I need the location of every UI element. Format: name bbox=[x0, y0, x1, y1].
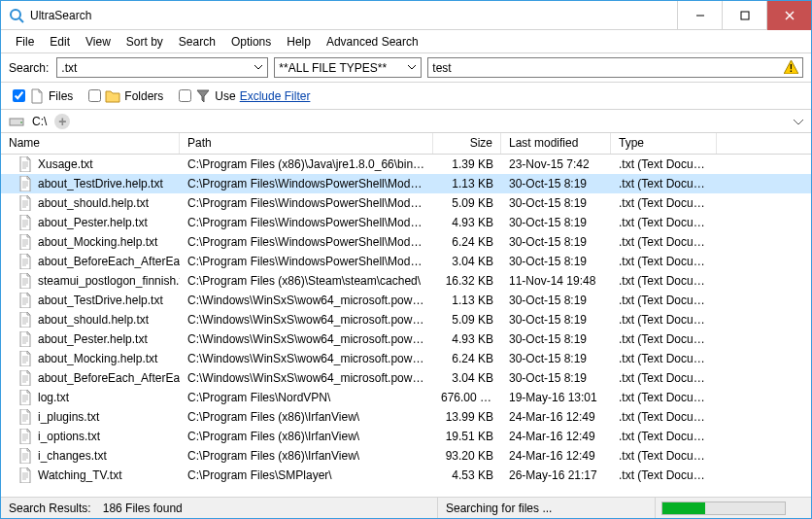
funnel-icon bbox=[195, 88, 211, 104]
filetype-combo[interactable]: **ALL FILE TYPES** bbox=[274, 57, 422, 78]
file-type: .txt (Text Docum... bbox=[611, 235, 717, 249]
folders-checkbox[interactable] bbox=[88, 89, 101, 102]
drive-icon bbox=[9, 116, 24, 127]
minimize-button[interactable] bbox=[677, 1, 722, 30]
menu-edit[interactable]: Edit bbox=[43, 33, 77, 51]
col-path[interactable]: Path bbox=[180, 133, 433, 154]
table-row[interactable]: about_TestDrive.help.txtC:\Program Files… bbox=[1, 174, 811, 193]
close-button[interactable] bbox=[766, 1, 811, 30]
col-name[interactable]: Name bbox=[1, 133, 180, 154]
file-modified: 30-Oct-15 8:19 bbox=[501, 196, 611, 210]
file-path: C:\Program Files (x86)\IrfanView\ bbox=[180, 449, 433, 463]
search-input[interactable]: test ! bbox=[427, 57, 803, 78]
table-row[interactable]: steamui_postlogon_finnish.txtC:\Program … bbox=[1, 271, 811, 291]
table-row[interactable]: about_BeforeEach_AfterEac...C:\Windows\W… bbox=[1, 368, 811, 388]
drive-label[interactable]: C:\ bbox=[32, 115, 47, 128]
svg-rect-3 bbox=[741, 12, 749, 19]
text-file-icon bbox=[18, 293, 32, 308]
file-path: C:\Program Files\WindowsPowerShell\Modul… bbox=[180, 177, 433, 190]
menu-options[interactable]: Options bbox=[224, 33, 278, 51]
svg-line-1 bbox=[19, 18, 23, 22]
col-size[interactable]: Size bbox=[433, 133, 501, 154]
file-type: .txt (Text Docum... bbox=[611, 216, 717, 229]
text-file-icon bbox=[18, 370, 32, 386]
file-path: C:\Windows\WinSxS\wow64_microsoft.powers… bbox=[180, 313, 433, 327]
text-file-icon bbox=[18, 390, 32, 405]
col-modified[interactable]: Last modified bbox=[501, 133, 611, 154]
exclude-filter-link[interactable]: Exclude Filter bbox=[240, 89, 311, 103]
text-file-icon bbox=[18, 215, 32, 230]
table-row[interactable]: about_Mocking.help.txtC:\Program Files\W… bbox=[1, 232, 811, 252]
file-modified: 24-Mar-16 12:49 bbox=[501, 449, 611, 463]
file-modified: 30-Oct-15 8:19 bbox=[501, 235, 611, 249]
text-file-icon bbox=[18, 176, 32, 191]
file-path: C:\Program Files (x86)\Steam\steam\cache… bbox=[180, 274, 433, 288]
menubar: FileEditViewSort bySearchOptionsHelpAdva… bbox=[1, 30, 811, 53]
file-size: 19.51 KB bbox=[433, 430, 501, 443]
file-name: about_Mocking.help.txt bbox=[38, 352, 157, 365]
table-row[interactable]: about_Mocking.help.txtC:\Windows\WinSxS\… bbox=[1, 349, 811, 368]
table-row[interactable]: Watching_TV.txtC:\Program Files\SMPlayer… bbox=[1, 466, 811, 485]
table-row[interactable]: about_BeforeEach_AfterEac...C:\Program F… bbox=[1, 252, 811, 271]
file-modified: 23-Nov-15 7:42 bbox=[501, 157, 611, 171]
file-size: 93.20 KB bbox=[433, 449, 501, 463]
col-type[interactable]: Type bbox=[611, 133, 717, 154]
file-type: .txt (Text Docum... bbox=[611, 332, 717, 346]
file-size: 5.09 KB bbox=[433, 196, 501, 210]
folder-icon bbox=[105, 88, 120, 104]
table-row[interactable]: about_Pester.help.txtC:\Windows\WinSxS\w… bbox=[1, 329, 811, 349]
searching-label: Searching for files ... bbox=[446, 502, 552, 515]
add-drive-button[interactable]: + bbox=[54, 114, 70, 129]
file-modified: 30-Oct-15 8:19 bbox=[501, 216, 611, 229]
file-size: 676.00 KB bbox=[433, 391, 501, 404]
text-file-icon bbox=[18, 312, 32, 328]
file-size: 1.13 KB bbox=[433, 294, 501, 307]
chevron-down-icon[interactable] bbox=[794, 115, 803, 128]
extension-combo[interactable]: .txt bbox=[56, 57, 268, 78]
titlebar: UltraSearch bbox=[1, 1, 811, 30]
table-row[interactable]: i_changes.txtC:\Program Files (x86)\Irfa… bbox=[1, 446, 811, 466]
results-table: Name Path Size Last modified Type Xusage… bbox=[1, 133, 811, 497]
files-checkbox[interactable] bbox=[13, 89, 25, 102]
text-file-icon bbox=[18, 351, 32, 366]
menu-help[interactable]: Help bbox=[280, 33, 318, 51]
menu-advanced-search[interactable]: Advanced Search bbox=[320, 33, 425, 51]
extension-value: .txt bbox=[61, 61, 77, 75]
drives-row: C:\ + bbox=[1, 110, 811, 133]
text-file-icon bbox=[18, 331, 32, 347]
file-name: Watching_TV.txt bbox=[38, 468, 121, 482]
menu-sort-by[interactable]: Sort by bbox=[119, 33, 170, 51]
table-row[interactable]: i_options.txtC:\Program Files (x86)\Irfa… bbox=[1, 427, 811, 446]
file-type: .txt (Text Docum... bbox=[611, 371, 717, 385]
maximize-button[interactable] bbox=[722, 1, 766, 30]
svg-point-0 bbox=[11, 10, 20, 19]
file-size: 3.04 KB bbox=[433, 371, 501, 385]
menu-file[interactable]: File bbox=[9, 33, 41, 51]
menu-view[interactable]: View bbox=[79, 33, 118, 51]
table-row[interactable]: i_plugins.txtC:\Program Files (x86)\Irfa… bbox=[1, 407, 811, 427]
table-row[interactable]: Xusage.txtC:\Program Files (x86)\Java\jr… bbox=[1, 155, 811, 174]
table-header: Name Path Size Last modified Type bbox=[1, 133, 811, 155]
file-name: steamui_postlogon_finnish.txt bbox=[38, 274, 180, 288]
table-body[interactable]: Xusage.txtC:\Program Files (x86)\Java\jr… bbox=[1, 155, 811, 497]
filter-checkbox[interactable] bbox=[179, 89, 191, 102]
table-row[interactable]: about_should.help.txtC:\Program Files\Wi… bbox=[1, 193, 811, 213]
file-name: i_plugins.txt bbox=[38, 410, 99, 424]
chevron-down-icon bbox=[251, 60, 265, 75]
table-row[interactable]: about_TestDrive.help.txtC:\Windows\WinSx… bbox=[1, 291, 811, 310]
menu-search[interactable]: Search bbox=[172, 33, 222, 51]
table-row[interactable]: log.txtC:\Program Files\NordVPN\676.00 K… bbox=[1, 388, 811, 407]
files-label: Files bbox=[49, 89, 73, 103]
file-type: .txt (Text Docum... bbox=[611, 294, 717, 307]
table-row[interactable]: about_Pester.help.txtC:\Program Files\Wi… bbox=[1, 213, 811, 232]
file-type: .txt (Text Docum... bbox=[611, 157, 717, 171]
table-row[interactable]: about_should.help.txtC:\Windows\WinSxS\w… bbox=[1, 310, 811, 329]
search-row: Search: .txt **ALL FILE TYPES** test ! bbox=[1, 53, 811, 83]
file-size: 6.24 KB bbox=[433, 352, 501, 365]
file-path: C:\Program Files\NordVPN\ bbox=[180, 391, 433, 404]
search-label: Search: bbox=[9, 61, 49, 75]
text-file-icon bbox=[18, 467, 32, 483]
file-path: C:\Program Files (x86)\IrfanView\ bbox=[180, 430, 433, 443]
file-path: C:\Program Files (x86)\Java\jre1.8.0_66\… bbox=[180, 157, 433, 171]
file-size: 1.13 KB bbox=[433, 177, 501, 190]
